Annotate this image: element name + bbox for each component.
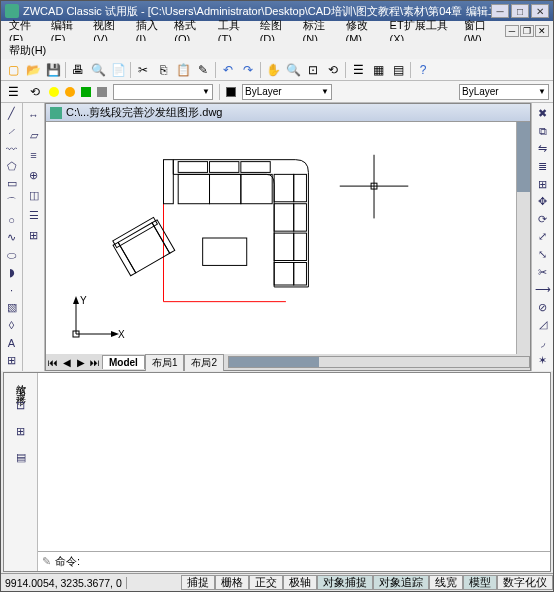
tab-layout2[interactable]: 布局2 (184, 354, 224, 371)
tab-prev-icon[interactable]: ◀ (60, 357, 74, 368)
status-数字化仪[interactable]: 数字化仪 (497, 575, 553, 590)
table-icon[interactable]: ⊞ (4, 354, 20, 368)
hatch-icon[interactable]: ▧ (4, 301, 20, 315)
close-button[interactable]: ✕ (531, 4, 549, 18)
cmd-tool2-icon[interactable]: ⊞ (13, 423, 29, 439)
horizontal-scrollbar[interactable] (228, 356, 530, 368)
layer-on-icon[interactable] (49, 87, 59, 97)
dc-icon[interactable]: ▦ (370, 62, 386, 78)
move-icon[interactable]: ✥ (535, 195, 551, 209)
status-捕捉[interactable]: 捕捉 (181, 575, 215, 590)
arc-icon[interactable]: ⌒ (4, 195, 20, 210)
layer-color-icon[interactable] (97, 87, 107, 97)
copy-obj-icon[interactable]: ⧉ (535, 125, 551, 139)
pan-icon[interactable]: ✋ (265, 62, 281, 78)
publish-icon[interactable]: 📄 (110, 62, 126, 78)
rotate-icon[interactable]: ⟳ (535, 213, 551, 227)
status-极轴[interactable]: 极轴 (283, 575, 317, 590)
color-combo[interactable]: ByLayer ▼ (242, 84, 332, 100)
spline-icon[interactable]: ∿ (4, 231, 20, 245)
mirror-icon[interactable]: ⇋ (535, 142, 551, 156)
polygon-icon[interactable]: ⬠ (4, 160, 20, 174)
ellipse-icon[interactable]: ⬭ (4, 249, 20, 263)
tab-model[interactable]: Model (102, 355, 145, 369)
status-正交[interactable]: 正交 (249, 575, 283, 590)
break-icon[interactable]: ⊘ (535, 301, 551, 315)
layer-combo[interactable]: ▼ (113, 84, 213, 100)
circle-icon[interactable]: ○ (4, 214, 20, 228)
status-栅格[interactable]: 栅格 (215, 575, 249, 590)
status-线宽[interactable]: 线宽 (429, 575, 463, 590)
ucs-icon: Y X (66, 294, 126, 344)
tab-last-icon[interactable]: ⏭ (88, 357, 102, 368)
layers-icon[interactable]: ☰ (26, 207, 42, 223)
color-swatch[interactable] (226, 87, 236, 97)
layer-prev-icon[interactable]: ⟲ (27, 84, 43, 100)
redo-icon[interactable]: ↷ (240, 62, 256, 78)
block-icon[interactable]: ◫ (26, 187, 42, 203)
trim-icon[interactable]: ✂ (535, 265, 551, 279)
undo-icon[interactable]: ↶ (220, 62, 236, 78)
layer-mgr-icon[interactable]: ☰ (5, 84, 21, 100)
scale-icon[interactable]: ⤢ (535, 230, 551, 244)
region-icon[interactable]: ◊ (4, 319, 20, 333)
ltype-combo[interactable]: ByLayer ▼ (459, 84, 549, 100)
tab-first-icon[interactable]: ⏮ (46, 357, 60, 368)
cmd-tool1-icon[interactable]: ⊡ (13, 397, 29, 413)
svg-rect-13 (274, 262, 294, 285)
menu-help[interactable]: 帮助(H) (5, 41, 50, 60)
dist-icon[interactable]: ↔ (26, 107, 42, 123)
mdi-restore[interactable]: ❐ (520, 25, 534, 37)
chamfer-icon[interactable]: ◿ (535, 318, 551, 332)
drawing-canvas[interactable]: Y X (46, 122, 516, 354)
open-icon[interactable]: 📂 (25, 62, 41, 78)
print-icon[interactable]: 🖶 (70, 62, 86, 78)
tab-next-icon[interactable]: ▶ (74, 357, 88, 368)
point-icon[interactable]: ∙ (4, 284, 20, 298)
copy-icon[interactable]: ⎘ (155, 62, 171, 78)
mtext-icon[interactable]: A (4, 336, 20, 350)
cmd-tool3-icon[interactable]: ▤ (13, 449, 29, 465)
xline-icon[interactable]: ⟋ (4, 125, 20, 139)
status-对象追踪[interactable]: 对象追踪 (373, 575, 429, 590)
help-icon[interactable]: ? (415, 62, 431, 78)
zoom-prev-icon[interactable]: ⟲ (325, 62, 341, 78)
maximize-button[interactable]: □ (511, 4, 529, 18)
layer-freeze-icon[interactable] (65, 87, 75, 97)
command-history[interactable] (38, 373, 550, 551)
explode-icon[interactable]: ✶ (535, 353, 551, 367)
tab-layout1[interactable]: 布局1 (145, 354, 185, 371)
paste-icon[interactable]: 📋 (175, 62, 191, 78)
pline-icon[interactable]: 〰 (4, 142, 20, 156)
zoom-win-icon[interactable]: ⊡ (305, 62, 321, 78)
ellipsearc-icon[interactable]: ◗ (4, 266, 20, 280)
tp-icon[interactable]: ▤ (390, 62, 406, 78)
line-icon[interactable]: ╱ (4, 107, 20, 121)
command-input[interactable]: ✎命令: (38, 551, 550, 571)
offset-icon[interactable]: ≣ (535, 160, 551, 174)
stretch-icon[interactable]: ⤡ (535, 248, 551, 262)
extend-icon[interactable]: ⟶ (535, 283, 551, 297)
save-icon[interactable]: 💾 (45, 62, 61, 78)
svg-rect-11 (274, 204, 294, 231)
preview-icon[interactable]: 🔍 (90, 62, 106, 78)
table2-icon[interactable]: ⊞ (26, 227, 42, 243)
cut-icon[interactable]: ✂ (135, 62, 151, 78)
zoom-rt-icon[interactable]: 🔍 (285, 62, 301, 78)
rect-icon[interactable]: ▭ (4, 177, 20, 191)
erase-icon[interactable]: ✖ (535, 107, 551, 121)
fillet-icon[interactable]: ◞ (535, 336, 551, 350)
id-icon[interactable]: ⊕ (26, 167, 42, 183)
list-icon[interactable]: ≡ (26, 147, 42, 163)
status-模型[interactable]: 模型 (463, 575, 497, 590)
mdi-close[interactable]: ✕ (535, 25, 549, 37)
props-icon[interactable]: ☰ (350, 62, 366, 78)
layer-lock-icon[interactable] (81, 87, 91, 97)
array-icon[interactable]: ⊞ (535, 177, 551, 191)
area-icon[interactable]: ▱ (26, 127, 42, 143)
new-icon[interactable]: ▢ (5, 62, 21, 78)
match-icon[interactable]: ✎ (195, 62, 211, 78)
mdi-minimize[interactable]: ─ (505, 25, 519, 37)
vertical-scrollbar[interactable] (516, 122, 530, 354)
status-对象捕捉[interactable]: 对象捕捉 (317, 575, 373, 590)
